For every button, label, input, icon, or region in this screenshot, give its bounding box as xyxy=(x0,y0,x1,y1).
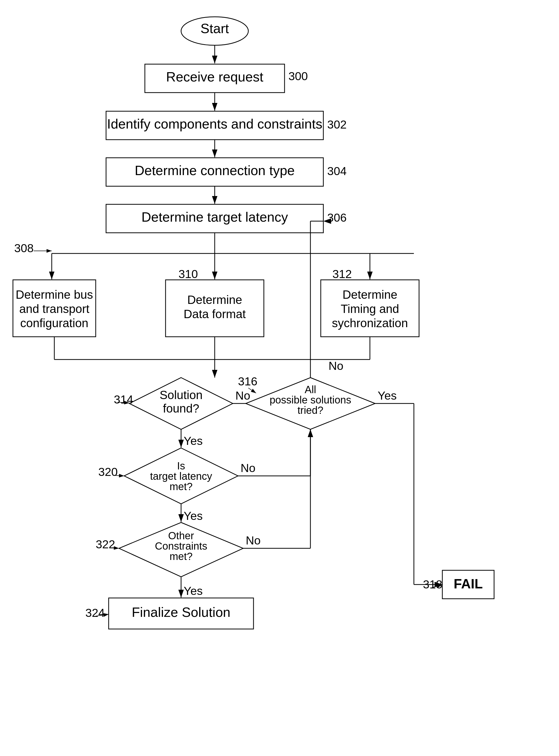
solution-yes-label: Yes xyxy=(184,434,203,448)
identify-id: 302 xyxy=(327,118,346,131)
target-latency-met-line3: met? xyxy=(170,481,193,492)
constraints-line2: Constraints xyxy=(155,540,207,552)
finalize-label: Finalize Solution xyxy=(132,605,230,620)
target-latency-yes-label: Yes xyxy=(184,509,203,523)
solution-no-label: No xyxy=(236,389,250,402)
bus-transport-line1: Determine bus xyxy=(16,288,93,301)
finalize-id: 324 xyxy=(85,606,105,619)
target-latency-met-line1: Is xyxy=(177,460,185,472)
timing-line3: sychronization xyxy=(332,316,408,330)
target-latency-label: Determine target latency xyxy=(141,209,288,225)
solution-found-id: 314 xyxy=(114,393,133,406)
constraints-yes-label: Yes xyxy=(184,584,203,597)
connection-type-id: 304 xyxy=(327,164,346,178)
bus-transport-id: 308 xyxy=(14,242,33,255)
fail-id: 318 xyxy=(423,578,442,591)
receive-request-id: 300 xyxy=(288,70,308,83)
target-latency-id: 306 xyxy=(327,211,346,224)
identify-label: Identify components and constraints xyxy=(107,116,322,131)
connection-type-label: Determine connection type xyxy=(135,163,295,178)
solution-found-line1: Solution xyxy=(160,388,203,402)
start-label: Start xyxy=(200,21,229,36)
constraints-no-label: No xyxy=(246,534,261,547)
data-format-line1: Determine xyxy=(187,293,242,306)
timing-line1: Determine xyxy=(342,288,397,301)
all-solutions-line3: tried? xyxy=(297,405,323,416)
target-latency-no-label: No xyxy=(241,461,255,475)
data-format-line2: Data format xyxy=(184,307,246,321)
constraints-line3: met? xyxy=(170,551,193,562)
timing-id: 312 xyxy=(332,268,352,281)
target-latency-met-id: 320 xyxy=(98,465,118,479)
fail-label: FAIL xyxy=(454,576,483,591)
bus-transport-line3: configuration xyxy=(20,316,88,330)
data-format-id: 310 xyxy=(178,268,198,281)
all-solutions-line1: All xyxy=(305,384,316,395)
solution-found-line2: found? xyxy=(163,402,199,415)
all-solutions-yes-label: Yes xyxy=(378,389,397,402)
all-solutions-no-label: No xyxy=(329,359,343,372)
timing-line2: Timing and xyxy=(341,302,399,316)
bus-transport-line2: and transport xyxy=(19,302,89,316)
flowchart-container: Start Receive request 300 Identify compo… xyxy=(0,0,559,756)
all-solutions-id: 316 xyxy=(238,375,258,388)
receive-request-label: Receive request xyxy=(166,69,263,84)
constraints-id: 322 xyxy=(96,538,115,551)
target-latency-met-line2: target latency xyxy=(150,471,212,482)
constraints-line1: Other xyxy=(168,530,194,541)
all-solutions-line2: possible solutions xyxy=(270,394,351,406)
